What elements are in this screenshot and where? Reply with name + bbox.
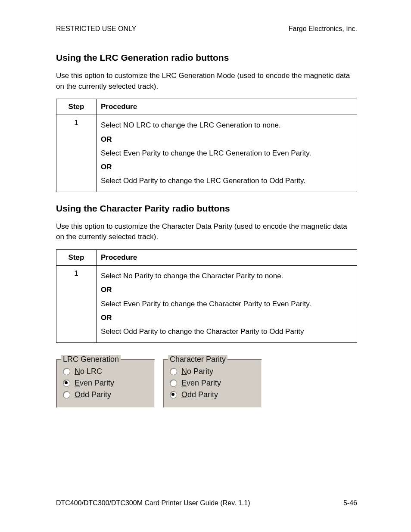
character-parity-legend: Character Parity [168, 355, 227, 364]
section1-line1: Select NO LRC to change the LRC Generati… [101, 118, 352, 132]
lrc-generation-group: LRC Generation No LRC Even Parity Odd Pa… [56, 359, 155, 408]
radio-icon [170, 368, 177, 375]
radio-icon [170, 380, 177, 387]
radio-icon [63, 391, 70, 398]
lrc-even-parity-radio[interactable]: Even Parity [63, 379, 148, 388]
section1-line2: Select Even Parity to change the LRC Gen… [101, 146, 352, 160]
cp-even-parity-radio[interactable]: Even Parity [170, 379, 255, 388]
section2-or1: OR [101, 283, 352, 297]
section2-col1: Step [56, 250, 97, 266]
section1-line3: Select Odd Parity to change the LRC Gene… [101, 174, 352, 188]
lrc-no-lrc-radio[interactable]: No LRC [63, 367, 148, 376]
section1-heading: Using the LRC Generation radio buttons [56, 53, 357, 63]
footer-left: DTC400/DTC300/DTC300M Card Printer User … [56, 499, 250, 507]
footer-right: 5-46 [343, 499, 357, 507]
radio-label: Even Parity [75, 379, 114, 388]
section1-or1: OR [101, 133, 352, 146]
section2-line3: Select Odd Parity to change the Characte… [101, 325, 352, 339]
section1-or2: OR [101, 160, 352, 174]
section1-procedure: Select NO LRC to change the LRC Generati… [97, 115, 357, 192]
header-left: RESTRICTED USE ONLY [56, 25, 136, 33]
header-right: Fargo Electronics, Inc. [289, 25, 357, 33]
section1-step: 1 [56, 115, 97, 192]
radio-label: No LRC [75, 367, 102, 376]
lrc-odd-parity-radio[interactable]: Odd Parity [63, 390, 148, 399]
character-parity-group: Character Parity No Parity Even Parity O… [163, 359, 262, 408]
section2-col2: Procedure [97, 250, 357, 266]
section1-table: Step Procedure 1 Select NO LRC to change… [56, 99, 357, 192]
radio-label: Odd Parity [181, 390, 218, 399]
section2-line1: Select No Parity to change the Character… [101, 269, 352, 283]
section2-or2: OR [101, 311, 352, 325]
page: RESTRICTED USE ONLY Fargo Electronics, I… [0, 0, 411, 532]
cp-odd-parity-radio[interactable]: Odd Parity [170, 390, 255, 399]
section2-table: Step Procedure 1 Select No Parity to cha… [56, 249, 357, 342]
radio-icon-selected [63, 380, 70, 387]
section1-col2: Procedure [97, 99, 357, 115]
page-footer: DTC400/DTC300/DTC300M Card Printer User … [56, 499, 357, 507]
section2-heading: Using the Character Parity radio buttons [56, 203, 357, 214]
page-header: RESTRICTED USE ONLY Fargo Electronics, I… [56, 25, 357, 33]
section2-step: 1 [56, 266, 97, 342]
radio-icon [63, 368, 70, 375]
cp-no-parity-radio[interactable]: No Parity [170, 367, 255, 376]
radio-icon-selected [170, 391, 177, 398]
lrc-generation-legend: LRC Generation [61, 355, 121, 364]
radio-label: Odd Parity [75, 390, 111, 399]
section2-intro: Use this option to customize the Charact… [56, 221, 357, 243]
section2-line2: Select Even Parity to change the Charact… [101, 297, 352, 311]
radio-label: Even Parity [181, 379, 221, 388]
radio-label: No Parity [181, 367, 213, 376]
section1-col1: Step [56, 99, 97, 115]
section1-intro: Use this option to customize the LRC Gen… [56, 71, 357, 92]
section2-procedure: Select No Parity to change the Character… [97, 266, 357, 342]
ui-figure: LRC Generation No LRC Even Parity Odd Pa… [56, 359, 357, 408]
